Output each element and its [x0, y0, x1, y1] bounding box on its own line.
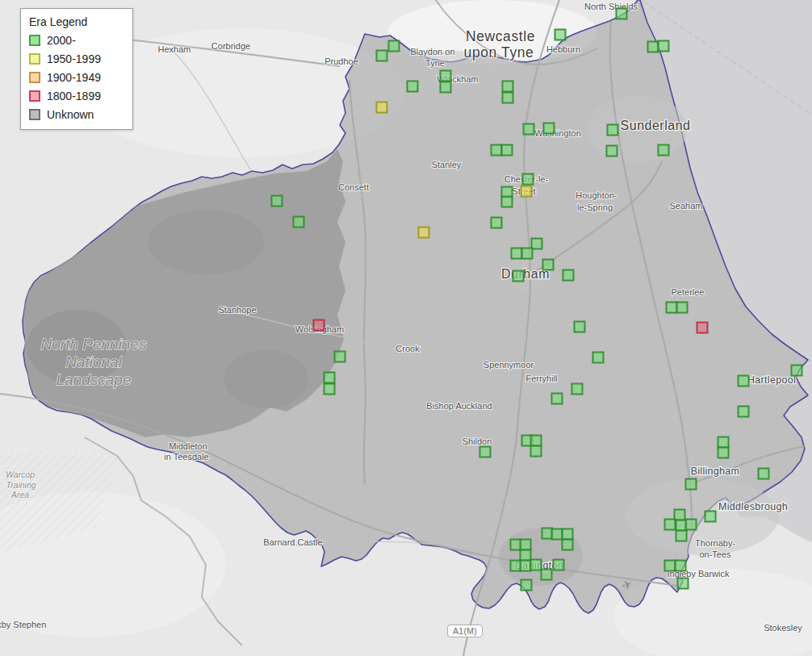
era-marker-g[interactable]	[502, 197, 513, 207]
era-marker-g[interactable]	[739, 407, 749, 417]
era-marker-r[interactable]	[314, 320, 324, 331]
era-marker-g[interactable]	[759, 469, 769, 479]
place-label: Hebburn	[546, 44, 580, 54]
place-label: Hartlepool	[747, 374, 796, 386]
era-marker-g[interactable]	[665, 520, 676, 530]
era-marker-g[interactable]	[272, 196, 283, 207]
era-marker-g[interactable]	[408, 81, 418, 92]
place-label: Tyne	[425, 58, 445, 68]
place-label: Sunderland	[621, 119, 691, 132]
road-badge-a1m: A1(M)	[447, 625, 483, 637]
era-marker-g[interactable]	[503, 93, 513, 103]
place-label: Stokesley	[764, 623, 802, 633]
era-marker-g[interactable]	[522, 249, 533, 259]
era-marker-g[interactable]	[659, 41, 669, 52]
era-marker-g[interactable]	[686, 479, 697, 490]
era-marker-g[interactable]	[512, 249, 522, 259]
era-marker-g[interactable]	[324, 384, 335, 395]
legend-item-1800s: 1800-1899	[29, 90, 124, 102]
era-marker-g[interactable]	[617, 9, 627, 19]
era-marker-g[interactable]	[531, 446, 542, 457]
place-label: le-Spring	[577, 203, 613, 212]
era-marker-g[interactable]	[523, 174, 534, 185]
era-marker-g[interactable]	[593, 353, 604, 363]
era-marker-g[interactable]	[575, 322, 585, 332]
era-marker-g[interactable]	[531, 436, 542, 446]
era-marker-g[interactable]	[502, 145, 513, 156]
legend-item-1900s: 1900-1949	[29, 71, 124, 84]
era-marker-g[interactable]	[480, 447, 491, 458]
era-marker-r[interactable]	[697, 323, 708, 333]
place-label: Warcop	[6, 470, 35, 479]
era-marker-g[interactable]	[607, 146, 617, 157]
place-label: Peterlee	[672, 287, 705, 297]
era-marker-g[interactable]	[659, 145, 669, 156]
era-marker-g[interactable]	[324, 373, 335, 383]
era-marker-g[interactable]	[572, 384, 583, 395]
era-marker-g[interactable]	[294, 217, 304, 228]
era-marker-g[interactable]	[441, 82, 451, 93]
era-marker-g[interactable]	[678, 579, 689, 589]
legend-item-2000s: 2000-	[29, 34, 124, 47]
era-marker-g[interactable]	[739, 376, 749, 386]
era-marker-y[interactable]	[377, 102, 387, 113]
era-marker-g[interactable]	[441, 71, 451, 81]
era-marker-g[interactable]	[677, 303, 688, 313]
era-marker-g[interactable]	[676, 531, 687, 541]
place-label: North Pennines	[41, 336, 147, 353]
era-marker-g[interactable]	[524, 124, 534, 135]
era-marker-g[interactable]	[521, 540, 531, 550]
place-label: Newcastle	[466, 28, 535, 44]
legend-label-1900s: 1900-1949	[47, 71, 101, 84]
place-label: Shildon	[463, 437, 492, 446]
era-marker-g[interactable]	[492, 145, 502, 156]
place-label: Washington	[534, 128, 581, 138]
era-marker-y[interactable]	[521, 186, 532, 197]
era-marker-g[interactable]	[686, 520, 697, 530]
place-label: Stanhope	[218, 305, 256, 315]
map-stage: ✈ Newcastleupon TyneNorth ShieldsHebburn…	[0, 0, 812, 656]
era-marker-g[interactable]	[792, 366, 802, 376]
legend-title: Era Legend	[29, 15, 124, 28]
era-marker-g[interactable]	[531, 560, 542, 570]
legend-label-unknown: Unknown	[47, 108, 94, 121]
place-label: Training	[6, 480, 36, 490]
era-marker-g[interactable]	[552, 529, 563, 540]
era-marker-g[interactable]	[543, 260, 554, 270]
era-marker-g[interactable]	[542, 570, 552, 580]
era-marker-g[interactable]	[492, 218, 502, 228]
era-marker-g[interactable]	[389, 41, 400, 52]
era-marker-g[interactable]	[563, 270, 574, 281]
era-marker-g[interactable]	[705, 512, 716, 522]
era-marker-g[interactable]	[608, 125, 618, 136]
era-marker-g[interactable]	[554, 560, 564, 570]
era-marker-g[interactable]	[544, 123, 555, 134]
place-label: Middlesbrough	[718, 501, 788, 512]
era-marker-g[interactable]	[676, 561, 686, 571]
place-label: upon Tyne	[464, 44, 534, 61]
legend-swatch-1800s	[29, 90, 40, 102]
era-marker-g[interactable]	[718, 448, 729, 458]
legend-label-2000s: 2000-	[47, 34, 76, 47]
era-marker-g[interactable]	[521, 550, 531, 561]
era-marker-g[interactable]	[667, 303, 677, 313]
era-marker-g[interactable]	[718, 437, 729, 448]
era-marker-y[interactable]	[419, 228, 429, 238]
era-marker-g[interactable]	[521, 580, 532, 591]
era-marker-g[interactable]	[563, 540, 573, 550]
place-label: Hexham	[158, 44, 191, 54]
era-marker-g[interactable]	[648, 42, 659, 52]
era-marker-g[interactable]	[665, 561, 676, 571]
era-marker-g[interactable]	[335, 352, 345, 362]
era-marker-g[interactable]	[513, 271, 524, 282]
era-marker-g[interactable]	[563, 529, 573, 540]
era-marker-g[interactable]	[552, 394, 563, 404]
era-marker-g[interactable]	[503, 81, 513, 92]
place-label: Middleton	[169, 441, 207, 451]
legend-item-unknown: Unknown	[29, 108, 124, 121]
era-marker-g[interactable]	[555, 30, 566, 40]
era-marker-g[interactable]	[521, 561, 531, 571]
place-label: Barnard Castle	[263, 537, 322, 547]
era-marker-g[interactable]	[377, 51, 387, 61]
place-label: Area	[10, 490, 29, 499]
